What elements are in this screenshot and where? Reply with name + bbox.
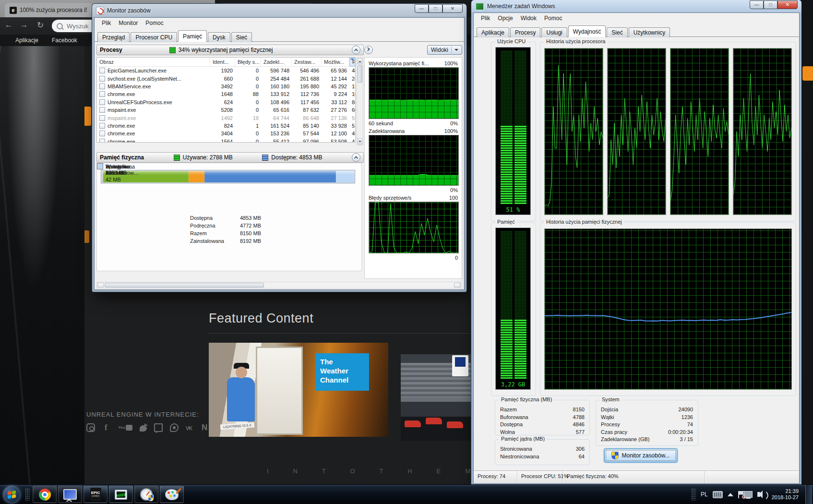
column-header[interactable]: Zadekl... <box>261 58 292 66</box>
column-header[interactable]: Możliw... <box>322 58 349 66</box>
column-header[interactable]: Ident... <box>210 58 235 66</box>
featured-image-race[interactable] <box>401 354 471 441</box>
menu-item[interactable]: Pomoc <box>142 19 167 27</box>
scroll-down-button[interactable] <box>358 138 362 144</box>
row-checkbox[interactable] <box>99 115 105 121</box>
table-row[interactable]: mspaint.exe 5208 0 65 616 87 632 27 276 … <box>97 106 355 114</box>
row-checkbox[interactable] <box>99 84 105 89</box>
back-icon[interactable]: ← <box>3 20 14 30</box>
social-icon[interactable] <box>202 423 210 432</box>
letter: O <box>350 468 355 475</box>
table-row[interactable]: UnrealCEFSubProcess.exe 624 0 108 496 11… <box>97 98 355 106</box>
taskmgr-tab[interactable]: Użytkownicy <box>629 27 670 37</box>
resmon-tab[interactable]: Dysk <box>208 32 230 42</box>
minimize-button[interactable]: — <box>415 4 429 13</box>
row-checkbox[interactable] <box>99 68 105 73</box>
refresh-icon[interactable]: ↻ <box>35 20 46 30</box>
social-icon[interactable] <box>102 423 111 432</box>
browser-tab-active[interactable]: e 100% zużycia procesora i5- <box>5 3 92 17</box>
table-row[interactable]: svchost.exe (LocalSystemNet... 660 0 254… <box>97 74 355 82</box>
volume-icon[interactable] <box>757 492 760 497</box>
close-button[interactable]: ✕ <box>442 4 463 13</box>
row-checkbox[interactable] <box>99 107 105 113</box>
table-row[interactable]: chrome.exe 3404 0 153 236 57 544 12 100 … <box>97 130 355 137</box>
scroll-right-button[interactable] <box>454 283 460 288</box>
resmon-tab[interactable]: Procesor CPU <box>131 32 177 42</box>
keyboard-icon[interactable] <box>713 491 723 498</box>
processes-header[interactable]: Procesy 34% wykorzystanej pamięci fizycz… <box>96 45 364 55</box>
taskmgr-tab[interactable]: Sieć <box>607 27 627 37</box>
scroll-up-button[interactable] <box>358 58 362 64</box>
menu-item[interactable]: Widok <box>517 14 540 23</box>
table-scrollbar[interactable] <box>357 57 363 145</box>
row-checkbox[interactable] <box>99 99 105 105</box>
maximize-button[interactable]: □ <box>764 0 777 9</box>
social-icon[interactable] <box>140 425 147 432</box>
bookmark-item[interactable]: Aplikacje <box>7 37 38 44</box>
cpu-gauge-value: 51 % <box>496 206 530 213</box>
resmon-tab[interactable]: Przegląd <box>97 32 130 42</box>
social-icon[interactable] <box>118 423 132 432</box>
network-icon[interactable] <box>744 491 753 498</box>
featured-image-weather[interactable]: The Weather Channel LIGHTNING IS 5 X <box>209 343 388 437</box>
column-header[interactable]: Zestaw... <box>292 58 322 66</box>
social-icon[interactable] <box>154 423 163 432</box>
menu-item[interactable]: Plik <box>478 14 493 23</box>
taskbar-chrome[interactable] <box>33 486 57 503</box>
resmon-tab[interactable]: Pamięć <box>178 30 207 42</box>
start-button[interactable] <box>3 486 21 504</box>
scroll-left-button[interactable] <box>97 283 104 288</box>
row-checkbox[interactable] <box>99 123 105 129</box>
close-button[interactable]: ✕ <box>777 0 798 9</box>
row-checkbox[interactable] <box>99 76 105 82</box>
clock[interactable]: 21:39 2018-10-27 <box>772 488 799 501</box>
taskbar-task-manager[interactable] <box>109 486 133 503</box>
taskbar-resource-monitor[interactable] <box>134 486 158 503</box>
menu-item[interactable]: Pomoc <box>541 14 565 23</box>
show-hidden-icons-arrow[interactable] <box>728 493 733 496</box>
action-center-flag-icon[interactable] <box>738 491 739 498</box>
row-checkbox[interactable] <box>99 91 105 97</box>
resmon-tab[interactable]: Sieć <box>231 32 252 42</box>
taskbar-computer[interactable] <box>58 486 82 503</box>
physical-memory-header[interactable]: Pamięć fizyczna Używane: 2788 MB Dostępn… <box>96 152 364 163</box>
horizontal-scrollbar[interactable] <box>96 282 461 288</box>
taskmgr-tab[interactable]: Procesy <box>510 27 540 37</box>
forward-icon[interactable]: → <box>18 20 30 30</box>
table-row[interactable]: chrome.exe 1564 0 55 412 97 096 53 508 4… <box>97 138 355 143</box>
menu-item[interactable]: Monitor <box>115 19 141 27</box>
taskmgr-tab[interactable]: Aplikacje <box>477 27 509 37</box>
maximize-button[interactable]: □ <box>429 4 442 13</box>
column-header[interactable]: Prywat... <box>349 58 355 66</box>
social-icon[interactable] <box>86 423 95 432</box>
scroll-thumb[interactable] <box>358 65 362 83</box>
column-header[interactable]: Błędy s... <box>235 58 261 66</box>
row-checkbox[interactable] <box>99 131 105 136</box>
social-icon[interactable] <box>186 423 194 432</box>
table-row[interactable]: chrome.exe 1648 88 133 912 112 736 9 224… <box>97 90 355 98</box>
language-indicator[interactable]: PL <box>701 491 708 498</box>
row-checkbox[interactable] <box>99 139 105 143</box>
bookmark-item[interactable]: Facebook <box>49 37 77 44</box>
table-row[interactable]: MBAMService.exe 3492 0 160 180 195 880 4… <box>97 83 355 90</box>
menu-item[interactable]: Opcje <box>494 14 516 23</box>
table-row[interactable]: mspaint.exe 1492 19 64 744 86 648 27 136… <box>97 114 355 121</box>
minimize-button[interactable]: — <box>750 0 764 9</box>
taskmgr-tab[interactable]: Wydajność <box>568 25 606 37</box>
taskbar-epic-games[interactable]: EPICGAMES <box>84 486 108 503</box>
collapse-button[interactable] <box>352 153 360 162</box>
menu-item[interactable]: Plik <box>98 19 114 27</box>
collapse-button[interactable] <box>352 46 360 54</box>
resmon-titlebar[interactable]: Monitor zasobów <box>92 4 466 17</box>
resource-monitor-button[interactable]: Monitor zasobów... <box>604 449 677 462</box>
table-row[interactable]: EpicGamesLauncher.exe 1920 0 596 748 546… <box>97 67 355 74</box>
social-icon[interactable] <box>170 423 179 432</box>
table-row[interactable]: chrome.exe 824 1 161 524 85 140 33 928 5… <box>97 122 355 130</box>
views-dropdown-button[interactable]: Widoki <box>427 45 462 55</box>
taskbar-paint[interactable] <box>160 486 184 503</box>
taskmgr-tab[interactable]: Usługi <box>541 27 567 37</box>
column-header[interactable]: Obraz <box>97 58 210 66</box>
scroll-thumb[interactable] <box>105 283 264 288</box>
expand-button[interactable] <box>364 46 373 54</box>
show-desktop-button[interactable] <box>805 485 812 504</box>
